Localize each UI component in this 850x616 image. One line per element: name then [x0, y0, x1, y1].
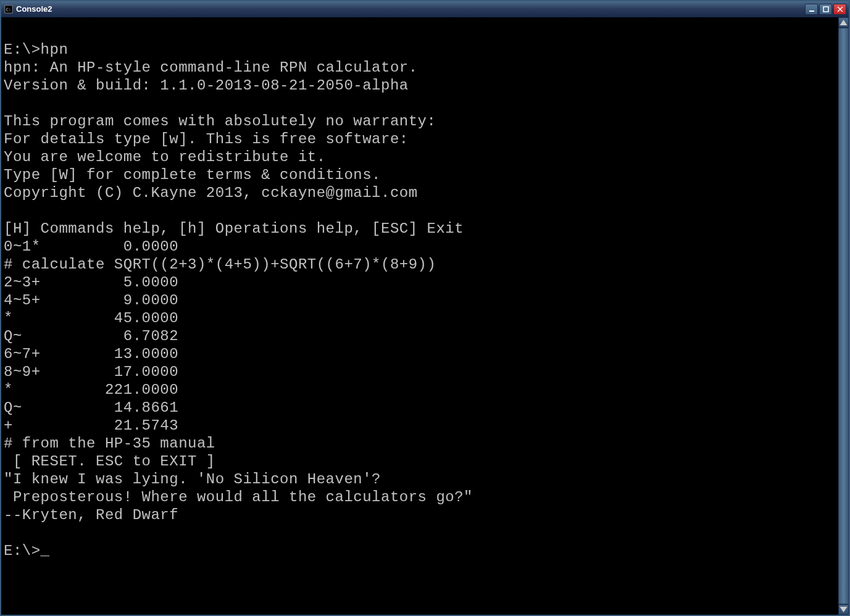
vertical-scrollbar[interactable]	[838, 17, 849, 615]
cursor: _	[41, 542, 50, 560]
close-button[interactable]	[833, 4, 846, 15]
scrollbar-track[interactable]	[838, 28, 849, 604]
svg-marker-6	[840, 20, 848, 25]
svg-text:C:: C:	[6, 7, 11, 12]
scroll-up-button[interactable]	[838, 17, 849, 28]
svg-rect-3	[823, 7, 828, 12]
window-title: Console2	[16, 4, 805, 14]
titlebar[interactable]: C: Console2	[1, 1, 849, 17]
app-icon: C:	[4, 4, 14, 14]
scroll-down-button[interactable]	[838, 604, 849, 615]
svg-marker-7	[840, 607, 848, 612]
maximize-button[interactable]	[819, 4, 832, 15]
console-window: C: Console2 E:\>hpn hpn: An HP-style com…	[0, 0, 850, 616]
minimize-button[interactable]	[805, 4, 818, 15]
terminal-output[interactable]: E:\>hpn hpn: An HP-style command-line RP…	[1, 17, 838, 615]
window-controls	[805, 4, 846, 15]
scrollbar-thumb[interactable]	[838, 28, 849, 604]
content-wrapper: E:\>hpn hpn: An HP-style command-line RP…	[1, 17, 849, 615]
